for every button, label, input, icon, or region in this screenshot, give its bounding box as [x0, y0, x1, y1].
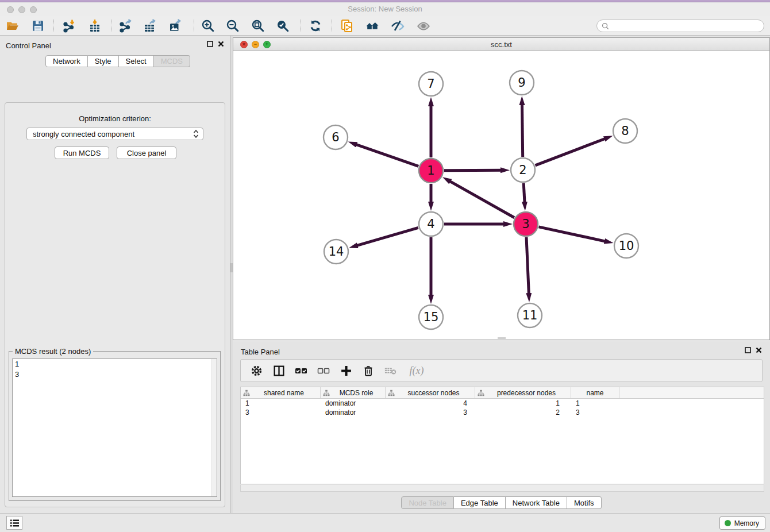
- cell-successor-nodes[interactable]: 4: [386, 399, 475, 408]
- cell-shared-name[interactable]: 1: [241, 399, 321, 408]
- status-bar: Memory: [0, 513, 770, 532]
- edge-3-10[interactable]: [538, 227, 606, 242]
- zoom-in-icon[interactable]: [200, 18, 216, 33]
- edge-4-14[interactable]: [356, 228, 418, 246]
- export-network-icon[interactable]: [117, 18, 133, 33]
- delete-row-icon[interactable]: [362, 364, 375, 377]
- result-scrollbar[interactable]: [211, 359, 217, 496]
- float-panel-icon[interactable]: [207, 41, 213, 47]
- edge-3-1[interactable]: [448, 180, 514, 218]
- cell-successor-nodes[interactable]: 3: [386, 408, 475, 417]
- node-11[interactable]: 11: [518, 303, 542, 327]
- open-session-icon[interactable]: [5, 18, 21, 33]
- node-4[interactable]: 4: [419, 212, 443, 236]
- edge-3-11[interactable]: [526, 237, 529, 295]
- table-row[interactable]: 3 dominator 3 2 3: [241, 408, 764, 417]
- column-type-icon: [243, 390, 250, 396]
- search-input[interactable]: [611, 22, 764, 30]
- control-panel-title: Control Panel: [6, 41, 51, 50]
- edge-1-2[interactable]: [444, 170, 503, 171]
- criterion-dropdown[interactable]: strongly connected component: [26, 128, 203, 140]
- tab-mcds[interactable]: MCDS: [154, 55, 190, 67]
- node-1[interactable]: 1: [419, 159, 443, 183]
- node-table[interactable]: shared name MCDS role successor nodes pr…: [240, 387, 764, 484]
- table-row[interactable]: 1 dominator 4 1 1: [241, 399, 764, 408]
- node-2[interactable]: 2: [511, 158, 535, 182]
- table-header-row: shared name MCDS role successor nodes pr…: [241, 387, 764, 399]
- tab-edge-table[interactable]: Edge Table: [454, 496, 506, 509]
- column-header-predecessor-nodes[interactable]: predecessor nodes: [475, 387, 571, 398]
- hide-selected-icon[interactable]: [390, 18, 406, 33]
- refresh-layout-icon[interactable]: [307, 18, 324, 33]
- close-panel-button[interactable]: Close panel: [117, 147, 176, 159]
- tab-motifs[interactable]: Motifs: [567, 496, 602, 509]
- float-panel-icon[interactable]: [745, 347, 751, 353]
- add-column-icon[interactable]: [340, 364, 352, 377]
- column-type-icon: [323, 390, 330, 396]
- close-panel-icon[interactable]: [218, 41, 224, 47]
- show-all-icon: [415, 18, 432, 33]
- cell-mcds-role[interactable]: dominator: [321, 408, 386, 417]
- edge-1-6[interactable]: [355, 144, 418, 167]
- import-network-icon[interactable]: [61, 18, 77, 33]
- close-panel-icon[interactable]: [756, 347, 762, 353]
- zoom-out-icon[interactable]: [225, 18, 241, 33]
- node-3[interactable]: 3: [514, 212, 538, 236]
- export-table-icon[interactable]: [142, 18, 158, 33]
- cell-predecessor-nodes[interactable]: 2: [475, 408, 571, 417]
- search-field[interactable]: [596, 20, 764, 32]
- tab-select[interactable]: Select: [119, 55, 154, 67]
- cell-shared-name[interactable]: 3: [241, 408, 321, 417]
- mcds-result-group: MCDS result (2 nodes) 1 3: [9, 351, 221, 501]
- table-settings-icon[interactable]: [250, 364, 263, 377]
- edge-2-8[interactable]: [535, 138, 606, 165]
- tab-style[interactable]: Style: [88, 55, 119, 67]
- zoom-selected-icon[interactable]: [275, 18, 291, 33]
- cell-name[interactable]: 1: [571, 399, 619, 408]
- memory-button[interactable]: Memory: [719, 516, 765, 530]
- mcds-panel: Optimization criterion: strongly connect…: [5, 102, 225, 507]
- node-14[interactable]: 14: [324, 240, 348, 264]
- node-15[interactable]: 15: [419, 305, 443, 329]
- node-10[interactable]: 10: [614, 234, 638, 258]
- network-graph-canvas[interactable]: 1234678910111415: [233, 51, 769, 340]
- select-all-icon[interactable]: [295, 364, 307, 377]
- node-7[interactable]: 7: [419, 72, 443, 96]
- svg-text:1: 1: [427, 164, 434, 178]
- save-session-icon[interactable]: [30, 18, 46, 33]
- tab-network[interactable]: Network: [45, 55, 88, 67]
- network-window-titlebar[interactable]: × − + scc.txt: [233, 38, 769, 51]
- run-mcds-button[interactable]: Run MCDS: [55, 147, 109, 159]
- node-8[interactable]: 8: [613, 119, 637, 143]
- network-view-window[interactable]: × − + scc.txt 1234678910111415: [233, 37, 770, 340]
- tab-node-table[interactable]: Node Table: [401, 496, 454, 509]
- import-table-icon[interactable]: [87, 18, 103, 33]
- cell-mcds-role[interactable]: dominator: [321, 399, 386, 408]
- column-header-shared-name[interactable]: shared name: [241, 387, 321, 398]
- view-resize-handle[interactable]: [498, 337, 506, 339]
- node-9[interactable]: 9: [510, 71, 534, 95]
- cell-predecessor-nodes[interactable]: 1: [475, 399, 571, 408]
- column-header-mcds-role[interactable]: MCDS role: [321, 387, 386, 398]
- edge-2-3[interactable]: [523, 183, 525, 204]
- table-panel-title: Table Panel: [241, 348, 280, 356]
- titlebar[interactable]: Session: New Session: [0, 2, 770, 16]
- table-toolbar: f(x): [240, 359, 763, 382]
- column-header-name[interactable]: name: [571, 387, 619, 398]
- zoom-fit-icon[interactable]: [250, 18, 266, 33]
- edge-2-9[interactable]: [522, 103, 522, 157]
- tab-network-table[interactable]: Network Table: [506, 496, 567, 509]
- cell-name[interactable]: 3: [571, 408, 619, 417]
- node-6[interactable]: 6: [324, 125, 348, 149]
- result-line: 3: [13, 369, 217, 380]
- deselect-all-icon[interactable]: [317, 364, 330, 377]
- column-header-successor-nodes[interactable]: successor nodes: [386, 387, 475, 398]
- column-view-icon[interactable]: [272, 364, 285, 377]
- first-neighbors-icon[interactable]: [364, 18, 380, 33]
- table-horizontal-scrollbar[interactable]: [240, 485, 764, 492]
- column-type-icon: [478, 390, 484, 396]
- show-panels-button[interactable]: [6, 516, 22, 530]
- export-image-icon[interactable]: [167, 18, 183, 33]
- mcds-result-list[interactable]: 1 3: [12, 358, 217, 497]
- network-from-file-icon[interactable]: [339, 18, 355, 33]
